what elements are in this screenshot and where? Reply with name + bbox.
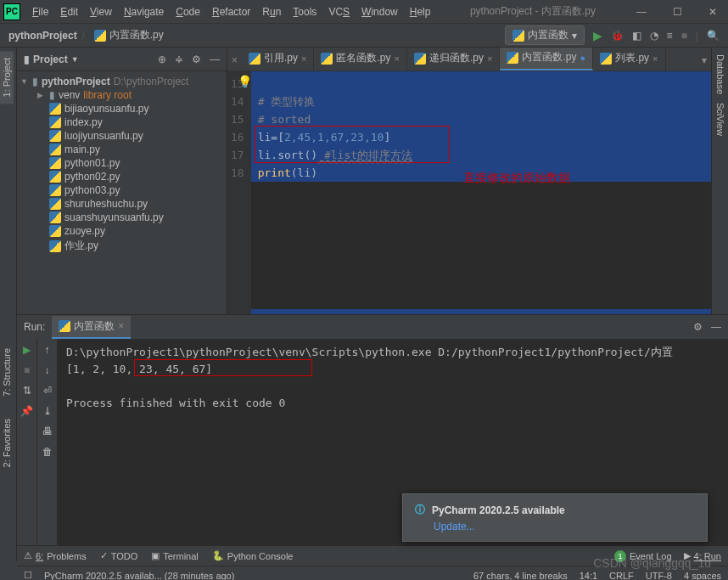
coverage-button[interactable]: ◧ [632, 30, 641, 42]
breadcrumb-file[interactable]: 内置函数.py [109, 28, 164, 42]
tree-file[interactable]: python01.py [17, 156, 227, 170]
menu-code[interactable]: Code [171, 3, 205, 20]
hide-panel-icon[interactable]: — [210, 53, 220, 65]
modified-icon[interactable]: ● [580, 53, 585, 63]
tree-file[interactable]: index.py [17, 115, 227, 129]
code-editor[interactable]: 💡 ▲ 9 ∧ ∨ 13 14 15 16 17 18 # 类型转换 # sor… [227, 71, 711, 314]
scroll-to-end-icon[interactable]: ⤓ [43, 405, 52, 417]
menu-navigate[interactable]: Navigate [119, 3, 169, 20]
run-button[interactable]: ▶ [593, 29, 602, 42]
project-tree[interactable]: ▼ ▮ pythonProject D:\pythonProject ▶ ▮ v… [17, 71, 227, 314]
python-file-icon [49, 171, 61, 183]
run-tool-button[interactable]: ▶ 4: Run [684, 550, 721, 561]
tree-file[interactable]: main.py [17, 143, 227, 156]
python-console-button[interactable]: 🐍 Python Console [212, 550, 294, 561]
status-position[interactable]: 14:1 [580, 571, 597, 581]
status-icon[interactable]: ☐ [24, 570, 32, 580]
close-icon[interactable]: × [394, 53, 399, 64]
tree-label: index.py [64, 116, 103, 128]
todo-button[interactable]: ✓ TODO [100, 550, 138, 561]
close-icon[interactable]: × [118, 320, 124, 332]
gutter[interactable]: 13 14 15 16 17 18 [227, 71, 251, 314]
favorites-tool-tab[interactable]: 2: Favorites [0, 412, 14, 474]
profile-button[interactable]: ◔ [650, 30, 658, 42]
status-eol[interactable]: CRLF [609, 571, 634, 581]
code-text: ] [384, 131, 390, 144]
editor-tab[interactable]: 匿名函数.py× [314, 48, 406, 70]
stop-button[interactable]: ■ [24, 364, 30, 376]
run-tab[interactable]: 内置函数 × [52, 316, 131, 339]
tab-overflow-icon[interactable]: × [227, 50, 242, 70]
expand-all-icon[interactable]: ≑ [175, 53, 183, 65]
hide-panel-icon[interactable]: — [711, 321, 721, 333]
tree-file[interactable]: zuoye.py [17, 224, 227, 238]
tree-file[interactable]: python03.py [17, 183, 227, 197]
update-link[interactable]: Update... [434, 521, 695, 532]
terminal-button[interactable]: ▣ Terminal [151, 550, 199, 561]
tree-root[interactable]: ▼ ▮ pythonProject D:\pythonProject [17, 75, 227, 88]
tree-venv[interactable]: ▶ ▮ venv library root [17, 88, 227, 102]
tree-file[interactable]: python02.py [17, 170, 227, 183]
search-button[interactable]: 🔍 [707, 30, 720, 42]
status-notification[interactable]: PyCharm 2020.2.5 availab... (28 minutes … [44, 571, 234, 581]
chevron-down-icon[interactable]: ▾ [697, 50, 711, 70]
print-icon[interactable]: 🖶 [42, 425, 53, 437]
editor-tab[interactable]: 内置函数.py● [500, 48, 593, 70]
status-encoding[interactable]: UTF-8 [646, 571, 672, 581]
run-config-dropdown[interactable]: 内置函数 ▾ [505, 25, 585, 45]
problems-button[interactable]: ⚠ 6: Problems [24, 550, 87, 561]
close-button[interactable]: ✕ [701, 6, 725, 18]
tree-file[interactable]: bijiaoyunsuanfu.py [17, 102, 227, 115]
close-icon[interactable]: × [652, 53, 658, 64]
editor-tab[interactable]: 列表.py× [593, 48, 665, 70]
maximize-button[interactable]: ☐ [665, 6, 689, 18]
clear-icon[interactable]: 🗑 [42, 446, 53, 458]
minimize-button[interactable]: — [630, 6, 653, 18]
notification-popup[interactable]: ⓘ PyCharm 2020.2.5 available Update... [402, 493, 708, 542]
stop-button[interactable]: ■ [681, 30, 687, 42]
soft-wrap-icon[interactable]: ⏎ [43, 385, 52, 397]
close-icon[interactable]: × [301, 53, 306, 64]
code-content[interactable]: # 类型转换 # sorted li=[2,45,1,67,23,10] li.… [251, 71, 711, 314]
panel-title[interactable]: ▮ Project ▼ [24, 53, 79, 65]
menu-file[interactable]: File [27, 3, 53, 20]
select-opened-file-icon[interactable]: ⊕ [158, 53, 166, 65]
breadcrumb-root[interactable]: pythonProject [8, 30, 77, 42]
event-log-button[interactable]: 1 Event Log [614, 550, 672, 562]
line-number: 17 [231, 146, 244, 164]
pin-button[interactable]: 📌 [20, 405, 33, 417]
tree-file[interactable]: 作业.py [17, 238, 227, 254]
gear-icon[interactable]: ⚙ [693, 321, 703, 333]
menu-run[interactable]: Run [257, 3, 286, 20]
expand-arrow-icon[interactable]: ▼ [20, 77, 29, 86]
menu-refactor[interactable]: Refactor [207, 3, 255, 20]
problems-label: 6: [36, 551, 43, 561]
close-icon[interactable]: × [487, 53, 492, 64]
tree-file[interactable]: suanshuyunsuanfu.py [17, 211, 227, 224]
breadcrumb[interactable]: pythonProject 〉 内置函数.py [8, 28, 164, 42]
structure-tool-tab[interactable]: 7: Structure [0, 341, 14, 403]
project-tool-tab[interactable]: 1: Project [0, 51, 14, 104]
down-icon[interactable]: ↓ [45, 364, 50, 376]
menu-vcs[interactable]: VCS [323, 3, 355, 20]
gear-icon[interactable]: ⚙ [192, 53, 201, 65]
editor-tab[interactable]: 引用.py× [242, 48, 314, 70]
menu-tools[interactable]: Tools [288, 3, 322, 20]
menu-view[interactable]: View [85, 3, 117, 20]
layout-button[interactable]: ⇅ [23, 385, 31, 397]
menu-window[interactable]: Window [356, 3, 403, 20]
up-icon[interactable]: ↑ [45, 344, 50, 356]
tree-file[interactable]: shuruheshuchu.py [17, 197, 227, 211]
status-indent[interactable]: 4 spaces [684, 571, 721, 581]
menu-help[interactable]: Help [405, 3, 436, 20]
lightbulb-icon[interactable]: 💡 [238, 75, 252, 88]
tree-file[interactable]: luojiyunsuanfu.py [17, 129, 227, 143]
sciview-tool-tab[interactable]: SciView [715, 103, 725, 136]
ai-button[interactable]: ≡ [667, 30, 673, 42]
rerun-button[interactable]: ▶ [23, 344, 31, 356]
editor-tab[interactable]: 递归函数.py× [407, 48, 500, 70]
collapse-arrow-icon[interactable]: ▶ [37, 91, 46, 99]
menu-edit[interactable]: Edit [55, 3, 83, 20]
database-tool-tab[interactable]: Database [715, 54, 725, 94]
debug-button[interactable]: 🐞 [611, 30, 624, 42]
